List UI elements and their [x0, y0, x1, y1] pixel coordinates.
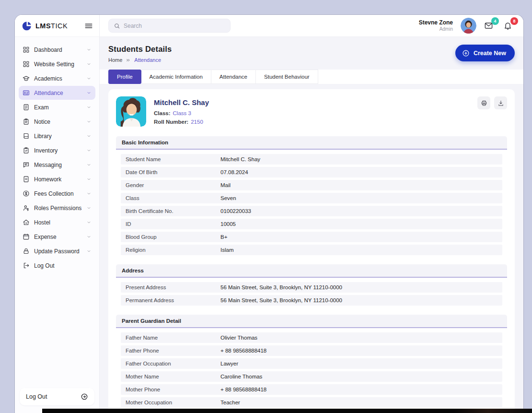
calendar-icon [23, 233, 30, 240]
plus-circle-icon [462, 49, 470, 57]
clipboard-icon [23, 118, 30, 125]
sidebar-item-notice[interactable]: Notice [19, 115, 95, 129]
sidebar-item-label: Notice [34, 118, 82, 125]
sidebar-item-hostel[interactable]: Hostel [19, 215, 95, 229]
info-row: Father Phone+ 88 98568888418 [121, 345, 502, 356]
info-value: Lawyer [220, 361, 238, 366]
info-label: ID [126, 221, 220, 227]
info-value: Caroline Thomas [220, 374, 262, 379]
sidebar-item-log-out[interactable]: Log Out [19, 259, 95, 272]
hamburger-icon [84, 21, 93, 31]
info-row: Father OccupationLawyer [121, 358, 502, 369]
tab-academic-information[interactable]: Academic Information [141, 70, 211, 84]
chevron-down-icon [86, 220, 92, 225]
info-value: 56 Main Street, Suite 3, Brooklyn, NY 11… [220, 297, 342, 303]
info-row: Date Of Birth07.08.2024 [121, 167, 502, 177]
chevron-down-icon [86, 47, 92, 52]
info-value: Olivier Thomas [220, 335, 257, 341]
download-icon [497, 100, 504, 106]
breadcrumb-current-link[interactable]: Attendance [134, 57, 161, 63]
sidebar-item-homework[interactable]: Homework [19, 172, 95, 186]
tab-student-behaviour[interactable]: Student Behaviour [256, 70, 318, 84]
sidebar-item-library[interactable]: Library [19, 129, 95, 143]
print-button[interactable] [477, 96, 490, 109]
info-label: Birth Certificate No. [126, 208, 220, 214]
sidebar-item-label: Hostel [34, 219, 82, 226]
info-value: B+ [220, 234, 227, 240]
printer-icon [481, 100, 487, 106]
sidebar-item-update-password[interactable]: Update Password [19, 244, 95, 258]
info-label: Father Phone [126, 348, 220, 354]
chevron-down-icon [86, 248, 92, 254]
info-row: GenderMail [121, 180, 502, 190]
sidebar-item-label: Fees Collection [34, 190, 82, 197]
chevron-down-icon [86, 234, 92, 239]
chevron-down-icon [86, 105, 92, 110]
hamburger-menu-button[interactable] [84, 21, 93, 31]
section-basic-information: Basic InformationStudent NameMitchell C.… [116, 136, 507, 255]
tab-attendance[interactable]: Attendance [211, 70, 256, 84]
section-title: Basic Information [116, 136, 507, 150]
create-new-button[interactable]: Create New [455, 45, 515, 61]
info-label: Class [126, 195, 220, 201]
page-title: Students Details [108, 45, 172, 54]
book-icon [23, 132, 30, 140]
info-label: Blood Group [126, 234, 220, 240]
student-class-value[interactable]: Class 3 [173, 110, 191, 116]
sidebar-item-label: Dashboard [34, 47, 82, 53]
student-identity: Mitchell C. Shay Class:Class 3 Roll Numb… [154, 96, 209, 128]
info-value: Mail [220, 182, 231, 188]
sidebar-item-messaging[interactable]: Messaging [19, 158, 95, 172]
plus-circle-icon [462, 49, 470, 57]
user-avatar[interactable] [461, 18, 476, 34]
user-meta: Stevne Zone Admin [419, 19, 453, 33]
sidebar-logout-button[interactable]: Log Out [20, 388, 94, 405]
info-sections: Basic InformationStudent NameMitchell C.… [116, 136, 507, 413]
sidebar-item-inventory[interactable]: Inventory [19, 143, 95, 157]
breadcrumb-home-link[interactable]: Home [108, 57, 122, 63]
student-name: Mitchell C. Shay [154, 98, 209, 106]
sidebar-item-label: Academics [34, 75, 82, 82]
home-icon [23, 219, 30, 226]
logout-label: Log Out [26, 393, 47, 400]
student-avatar [116, 96, 146, 127]
page-header: Students Details Home Attendance Create … [108, 45, 515, 63]
info-row: Student NameMitchell C. Shay [121, 154, 502, 165]
download-icon [497, 100, 504, 106]
section-rows: Present Address56 Main Street, Suite 3, … [116, 278, 507, 306]
printer-icon [481, 100, 487, 106]
sidebar-item-exam[interactable]: Exam [19, 100, 95, 114]
notifications-button[interactable]: 8 [503, 20, 515, 32]
student-header: Mitchell C. Shay Class:Class 3 Roll Numb… [116, 96, 507, 128]
info-value: + 88 98568888418 [220, 348, 266, 354]
info-row: Father NameOlivier Thomas [121, 332, 502, 343]
tab-profile[interactable]: Profile [108, 70, 141, 84]
sidebar-item-label: Messaging [34, 162, 82, 168]
sidebar-item-label: Website Setting [34, 61, 82, 68]
student-profile-card: Mitchell C. Shay Class:Class 3 Roll Numb… [108, 89, 515, 413]
bottom-screen-edge [42, 409, 532, 413]
topbar-right: Stevne Zone Admin 4 8 [419, 18, 515, 34]
sidebar-item-academics[interactable]: Academics [19, 71, 95, 85]
sidebar-item-attendance[interactable]: Attendance [19, 86, 95, 100]
search-box[interactable] [108, 19, 231, 33]
lock-icon [23, 248, 30, 255]
info-label: Date Of Birth [126, 169, 220, 175]
search-input[interactable] [124, 23, 225, 29]
info-value: Teacher [220, 400, 240, 405]
sidebar-item-website-setting[interactable]: Website Setting [19, 57, 95, 71]
info-label: Religion [126, 247, 220, 253]
sidebar-item-dashboard[interactable]: Dashboard [19, 43, 95, 57]
info-row: ID10005 [121, 219, 502, 229]
info-value: 0100220033 [220, 208, 251, 214]
arrow-circle-right-icon [81, 393, 88, 401]
arrow-circle-right-icon [81, 393, 88, 401]
sidebar-item-fees-collection[interactable]: Fees Collection [19, 187, 95, 201]
download-button[interactable] [494, 96, 507, 109]
brand-name: LMSTICK [35, 22, 84, 30]
messages-button[interactable]: 4 [484, 20, 496, 32]
file-lines-icon [23, 104, 30, 111]
sidebar-item-expense[interactable]: Expense [19, 230, 95, 244]
info-label: Father Name [126, 335, 220, 341]
sidebar-item-roles-permissions[interactable]: Roles Permissions [19, 201, 95, 215]
